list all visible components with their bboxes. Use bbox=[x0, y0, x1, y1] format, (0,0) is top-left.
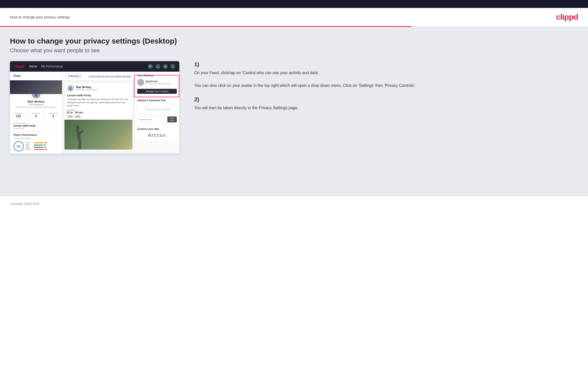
tag-app: APP bbox=[74, 115, 81, 118]
coach-avatar bbox=[137, 79, 144, 86]
following-button[interactable]: Following ▾ bbox=[66, 74, 83, 78]
trackman-section: Upload a Trackman Test Trackman Link Add… bbox=[135, 97, 179, 125]
trackman-input-area: Trackman Link bbox=[137, 104, 177, 115]
followers-label: Followers bbox=[31, 112, 40, 114]
instruction-1: 1) On your Feed, click/tap on 'Control w… bbox=[194, 61, 578, 89]
quality-stats: OTT 90 APP 85 ARG bbox=[26, 142, 59, 151]
quality-row: 92 OTT 90 APP 85 bbox=[13, 141, 59, 152]
instruction-2-text: You will then be taken directly to the P… bbox=[194, 105, 578, 111]
app-body: Feed 👤 Blair McHarg Plus Handicap Royal … bbox=[10, 72, 179, 154]
post-avatar: 👤 bbox=[67, 85, 74, 92]
stat-ott: OTT 90 bbox=[26, 142, 59, 144]
connect-title: Connect your data bbox=[137, 128, 177, 130]
coaches-section: Your Coaches David Ford 📍 Royal North De… bbox=[135, 72, 179, 97]
latest-label: Latest Activity bbox=[13, 122, 59, 124]
activities-value: 131 bbox=[16, 114, 21, 118]
perf-title: Player Performance bbox=[13, 134, 59, 136]
nav-icons: 🔍 👤 ⊕ 👤 bbox=[148, 64, 175, 69]
golfer-silhouette bbox=[72, 125, 87, 150]
search-icon[interactable]: 🔍 bbox=[148, 64, 153, 69]
content-row: clippd Home My Performance 🔍 👤 ⊕ 👤 Feed bbox=[10, 61, 578, 154]
coach-item: David Ford 📍 Royal North Devon Golf Club bbox=[137, 79, 177, 86]
post-duration: Duration 01 hr : 30 min bbox=[65, 109, 132, 115]
connect-section: Connect your data Arccos bbox=[135, 125, 179, 141]
latest-activity-name: Lesson with Fordy bbox=[13, 124, 59, 127]
avatar-icon[interactable]: 👤 bbox=[170, 64, 175, 69]
header-title: How to change your privacy settings bbox=[10, 15, 70, 19]
trackman-input-row: Add Link bbox=[137, 116, 177, 122]
plus-icon[interactable]: ⊕ bbox=[163, 64, 168, 69]
arg-bar bbox=[34, 147, 43, 148]
stat-putt: PUTT 96 bbox=[26, 149, 59, 150]
post-title: Lesson with Fordy bbox=[65, 94, 132, 98]
coach-name: David Ford bbox=[146, 80, 171, 83]
app-logo: clippd bbox=[14, 64, 24, 68]
stats-row: Activities 131 Followers 3 Following 4 bbox=[10, 110, 62, 120]
profile-club: Royal North Devon Golf Club, United King… bbox=[15, 106, 57, 108]
stat-divider-1 bbox=[27, 112, 27, 118]
main-content: How to change your privacy settings (Des… bbox=[0, 27, 588, 196]
post-tags: OTT APP bbox=[65, 115, 132, 120]
coach-club: 📍 Royal North Devon Golf Club bbox=[146, 83, 171, 85]
instruction-1-number: 1) bbox=[194, 61, 578, 68]
footer: Copyright Clippd 2022 bbox=[0, 196, 588, 211]
following-value: 4 bbox=[52, 114, 54, 118]
app-nav: clippd Home My Performance 🔍 👤 ⊕ 👤 bbox=[10, 61, 179, 72]
instruction-2: 2) You will then be taken directly to th… bbox=[194, 96, 578, 111]
control-link[interactable]: Control who can see your activity and da… bbox=[89, 75, 131, 77]
profile-name: Blair McHarg bbox=[28, 100, 45, 103]
coach-info: David Ford 📍 Royal North Devon Golf Club bbox=[146, 80, 171, 85]
app-mockup: clippd Home My Performance 🔍 👤 ⊕ 👤 Feed bbox=[10, 61, 179, 154]
trackman-text-input[interactable] bbox=[137, 116, 166, 122]
stat-app: APP 85 bbox=[26, 144, 59, 146]
stat-following: Following 4 bbox=[49, 112, 57, 118]
ott-bar bbox=[34, 142, 44, 143]
stat-divider-2 bbox=[44, 112, 45, 118]
page-heading: How to change your privacy settings (Des… bbox=[10, 37, 578, 45]
post-card: 👤 Blair McHarg Yesterday · Sunningdale L… bbox=[64, 83, 132, 150]
manage-coaches-button[interactable]: Manage Your Coaches bbox=[137, 89, 177, 94]
latest-activity: Latest Activity Lesson with Fordy 03 Aug… bbox=[10, 120, 62, 132]
following-label: Following bbox=[49, 112, 57, 114]
add-link-button[interactable]: Add Link bbox=[167, 116, 177, 122]
clippd-logo: clippd bbox=[556, 12, 578, 22]
arccos-logo: Arccos bbox=[137, 132, 177, 138]
person-icon[interactable]: 👤 bbox=[155, 64, 160, 69]
nav-my-performance[interactable]: My Performance bbox=[41, 65, 63, 68]
trackman-title: Upload a Trackman Test bbox=[137, 99, 177, 102]
post-image bbox=[65, 120, 132, 150]
instructions-panel: 1) On your Feed, click/tap on 'Control w… bbox=[189, 61, 578, 118]
post-user-name: Blair McHarg bbox=[76, 86, 97, 89]
copyright: Copyright Clippd 2022 bbox=[10, 202, 40, 206]
quality-circle: 92 bbox=[13, 141, 24, 152]
profile-banner bbox=[10, 80, 62, 94]
app-sidebar: Feed 👤 Blair McHarg Plus Handicap Royal … bbox=[10, 72, 62, 154]
duration-value: 01 hr : 30 min bbox=[67, 111, 83, 114]
stat-arg: ARG 86 bbox=[26, 146, 59, 148]
post-desc: Looking to feel like my hands are exitin… bbox=[65, 98, 132, 109]
app-feed: Following ▾ Control who can see your act… bbox=[62, 72, 134, 154]
page-subheading: Choose what you want people to see bbox=[10, 47, 578, 54]
quality-label: Total Player Quality bbox=[13, 137, 59, 140]
instruction-1-text: On your Feed, click/tap on 'Control who … bbox=[194, 70, 578, 89]
stat-activities: Activities 131 bbox=[15, 112, 23, 118]
avatar-container: 👤 Blair McHarg Plus Handicap Royal North… bbox=[10, 94, 62, 110]
app-right-panel: Your Coaches David Ford 📍 Royal North De… bbox=[134, 72, 179, 154]
putt-bar bbox=[34, 149, 45, 150]
nav-home[interactable]: Home bbox=[29, 65, 37, 68]
tag-ott: OTT bbox=[67, 115, 73, 118]
feed-header: Following ▾ Control who can see your act… bbox=[62, 72, 134, 81]
player-performance: Player Performance Total Player Quality … bbox=[10, 132, 62, 154]
latest-activity-date: 03 Aug 2022 bbox=[13, 127, 59, 129]
trackman-placeholder: Trackman Link bbox=[144, 107, 170, 112]
feed-tab[interactable]: Feed bbox=[10, 72, 62, 80]
activities-label: Activities bbox=[15, 112, 23, 114]
post-meta: Yesterday · Sunningdale bbox=[76, 89, 97, 91]
app-bar bbox=[34, 145, 43, 146]
instruction-2-number: 2) bbox=[194, 96, 578, 103]
post-user-info: Blair McHarg Yesterday · Sunningdale bbox=[76, 86, 97, 91]
profile-badge: Plus Handicap bbox=[29, 103, 43, 106]
coaches-title: Your Coaches bbox=[137, 74, 177, 77]
stat-followers: Followers 3 bbox=[31, 112, 40, 118]
post-header: 👤 Blair McHarg Yesterday · Sunningdale bbox=[65, 83, 132, 94]
